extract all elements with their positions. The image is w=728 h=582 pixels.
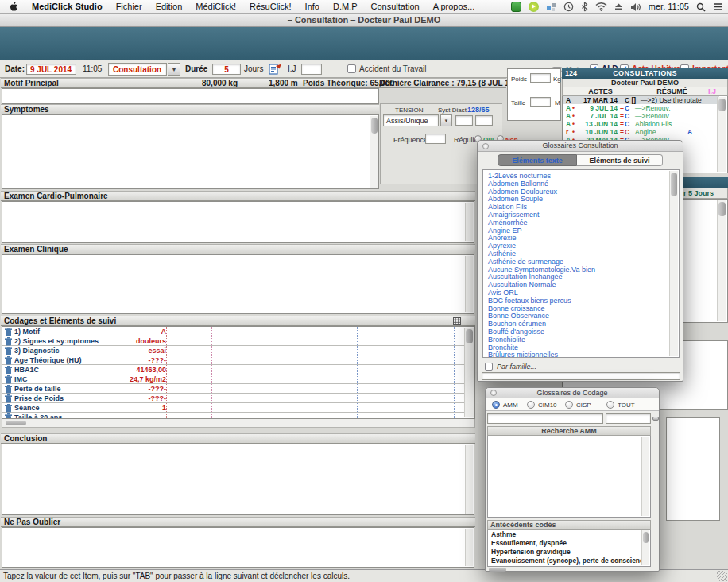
col-ij[interactable]: I.J: [708, 87, 716, 95]
codage-row[interactable]: 2) Signes et sy:mptomesdouleurs: [2, 336, 467, 346]
menu-apropos[interactable]: A propos...: [433, 2, 475, 11]
planning-icon[interactable]: [269, 63, 282, 76]
poids-field[interactable]: [530, 73, 551, 83]
symptomes-textarea[interactable]: [2, 114, 379, 189]
right-bottom-panel: [666, 417, 720, 521]
amm-radio[interactable]: [492, 401, 500, 409]
menu-app-name[interactable]: MediClick Studio: [32, 2, 103, 11]
codages-hscrollbar[interactable]: [2, 419, 475, 428]
antecedents-hscroll-thumb[interactable]: [489, 568, 506, 572]
resize-grip[interactable]: [717, 571, 727, 581]
eject-icon[interactable]: [614, 2, 623, 12]
syst-field[interactable]: [455, 115, 473, 126]
codage-row[interactable]: IMC24,7 kg/m2: [2, 374, 467, 384]
menu-edition[interactable]: Edition: [156, 2, 183, 11]
antecedent-item[interactable]: Asthme: [488, 530, 650, 539]
notification-list-icon[interactable]: [713, 2, 723, 12]
dmp-status-icon[interactable]: [511, 2, 521, 12]
recherche-amm-list[interactable]: [487, 436, 651, 518]
popup-close-button[interactable]: [482, 143, 489, 149]
examen-clinique-header: Examen Clinique: [1, 244, 475, 254]
glossary-item[interactable]: Brûlures mictionnelles: [483, 351, 679, 358]
antecedents-list: Asthme Essouflement, dyspnée Hypertensio…: [487, 530, 651, 567]
conclusion-textarea[interactable]: [2, 444, 474, 515]
col-actes[interactable]: ACTES: [563, 87, 638, 95]
menubar-clock[interactable]: mer. 11:05: [649, 2, 689, 11]
taille-field[interactable]: [530, 97, 551, 107]
antecedent-item[interactable]: Hypertension gravidique: [488, 548, 650, 557]
codage-row[interactable]: Séance1: [2, 403, 467, 413]
cim10-radio[interactable]: [527, 401, 535, 409]
volume-icon[interactable]: [630, 1, 641, 11]
consultation-row[interactable]: A17 MAR 14C []—>2) Use the rotate: [563, 96, 719, 104]
par-famille-checkbox[interactable]: [485, 363, 493, 371]
tension-position-dropdown[interactable]: Assis/Unique: [383, 114, 439, 126]
menu-consultation[interactable]: Consultation: [371, 2, 420, 11]
glossaires-consultation-titlebar[interactable]: Glossaires Consultation: [478, 141, 683, 152]
ij-field[interactable]: [301, 64, 322, 75]
codage-row[interactable]: 3) Diagnosticessai: [2, 346, 467, 355]
tab-elements-de-suivi[interactable]: Eléments de suivi: [577, 154, 663, 166]
acte-type-dropdown-arrow[interactable]: ▼: [168, 63, 180, 76]
tab-elements-texte[interactable]: Eléments texte: [498, 154, 577, 166]
taille-label: Taille: [511, 99, 525, 107]
antecedent-item[interactable]: Essouflement, dyspnée: [488, 539, 650, 548]
menu-resuclick[interactable]: RésuClick!: [250, 2, 292, 11]
consultation-row[interactable]: A•13 JUN 14=CAblation Fils: [563, 120, 719, 128]
menu-dmp[interactable]: D.M.P: [333, 2, 358, 11]
timemachine-icon[interactable]: [563, 1, 574, 12]
delete-item-icon[interactable]: [5, 413, 12, 419]
codage-row[interactable]: Perte de taille-???-: [2, 384, 467, 394]
play-status-icon[interactable]: [529, 2, 539, 12]
cisp-radio[interactable]: [565, 401, 573, 409]
antecedent-item[interactable]: Evanouissement (syncope), perte de consc…: [488, 557, 650, 565]
date-field[interactable]: 9 JUL 2014: [26, 64, 76, 75]
glossary-scrollbar[interactable]: [669, 171, 678, 356]
accident-checkbox[interactable]: [347, 64, 356, 73]
consultation-row[interactable]: r•10 JUN 14=CAngineA: [563, 128, 719, 136]
antecedents-scrollbar[interactable]: [641, 530, 649, 565]
menu-mediclick[interactable]: MédiClick!: [196, 2, 236, 11]
apple-menu-icon[interactable]: [10, 1, 18, 12]
examen-cardio-scrollbar[interactable]: [465, 203, 473, 241]
frequence-field[interactable]: [425, 134, 446, 144]
wifi-icon[interactable]: [595, 2, 607, 12]
menu-info[interactable]: Info: [305, 2, 319, 11]
ne-pas-oublier-textarea[interactable]: [2, 527, 474, 568]
grid-status-icon[interactable]: [546, 1, 556, 12]
codage-row[interactable]: Taille à 20 ans: [2, 413, 467, 419]
codage-row[interactable]: Age Théorique (HU)-???-: [2, 355, 467, 365]
bluetooth-icon[interactable]: [581, 1, 588, 12]
spotlight-icon[interactable]: [696, 1, 706, 11]
codage-row[interactable]: HBA1C41463,00: [2, 365, 467, 374]
duree-field[interactable]: 5: [212, 64, 241, 75]
codage-search-field[interactable]: [487, 413, 603, 424]
ne-pas-oublier-scrollbar[interactable]: [465, 529, 473, 566]
glossaires-codage-titlebar[interactable]: Glossaires de Codage: [486, 388, 659, 398]
examen-clinique-textarea[interactable]: [2, 254, 474, 314]
consultation-row[interactable]: A•9 JUL 14=C—>Renouv.: [563, 104, 719, 112]
codage-code-field[interactable]: [606, 413, 651, 424]
examen-clinique-scrollbar[interactable]: [465, 256, 473, 312]
conclusion-scrollbar[interactable]: [465, 445, 473, 514]
consultations-scrollbar[interactable]: [717, 97, 726, 172]
consultation-row[interactable]: A•7 JUL 14=C—>Renouv.: [563, 112, 719, 120]
popup-close-button[interactable]: [490, 390, 497, 396]
codage-row[interactable]: Prise de Poids-???-: [2, 394, 467, 403]
menu-fichier[interactable]: Fichier: [116, 2, 142, 11]
recherche-scrollbar[interactable]: [641, 436, 649, 516]
codage-minus-button[interactable]: [652, 417, 659, 421]
diast-field[interactable]: [475, 115, 493, 126]
symptomes-scrollbar[interactable]: [370, 116, 378, 188]
motif-principal-textarea[interactable]: [2, 88, 379, 104]
examen-cardio-textarea[interactable]: [2, 201, 474, 242]
tension-position-arrow[interactable]: ▼: [440, 114, 452, 126]
codages-vscrollbar[interactable]: [464, 328, 474, 417]
col-resume[interactable]: RÉSUMÉ: [638, 87, 706, 95]
tout-radio[interactable]: [606, 401, 614, 409]
codage-row[interactable]: 1) MotifA: [2, 327, 467, 336]
acte-type-dropdown[interactable]: Consultation: [108, 63, 167, 76]
status-text: Tapez la valeur de cet Item, puis sur "T…: [3, 572, 350, 580]
glossary-filter-field[interactable]: [482, 372, 680, 380]
prescriptions-scrollbar[interactable]: [717, 200, 726, 321]
